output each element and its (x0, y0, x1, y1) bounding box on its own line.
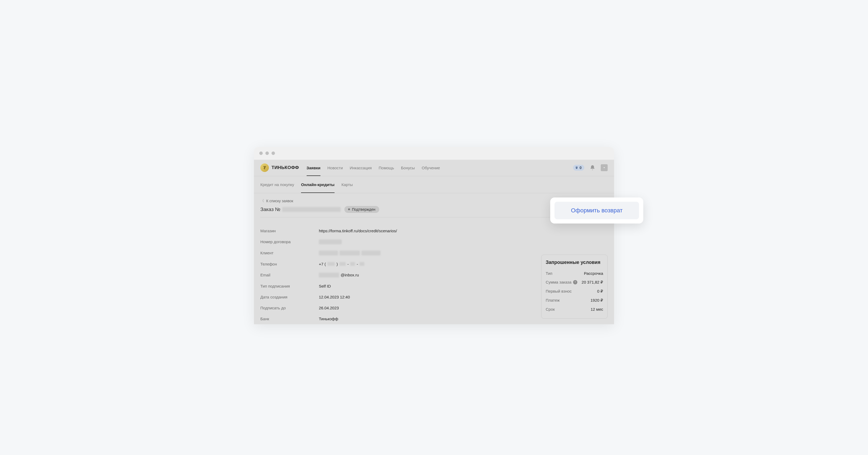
order-details: Магазинhttps://forma.tinkoff.ru/docs/cre… (260, 225, 533, 324)
cond-payment-label: Платеж (546, 298, 560, 302)
chevron-down-icon (602, 166, 606, 169)
order-title: Заказ № (260, 206, 341, 213)
order-number-redacted (282, 207, 341, 212)
window-dot-min[interactable] (266, 152, 269, 155)
status-badge: Подтвержден (344, 206, 379, 213)
cond-first-value: 0 ₽ (597, 289, 603, 294)
cond-first-label: Первый взнос (546, 289, 572, 293)
value-phone: +7 () -- (319, 262, 364, 266)
label-email: Email (260, 273, 319, 278)
logo-text: ТИНЬКОФФ (272, 165, 299, 170)
cond-term-label: Срок (546, 307, 555, 312)
window-dot-close[interactable] (259, 152, 263, 155)
conditions-title: Запрошенные условия (546, 260, 603, 265)
crown-badge[interactable]: ♛ 0 (573, 165, 584, 171)
crown-icon: ♛ (575, 166, 578, 169)
label-sign-type: Тип подписания (260, 284, 319, 288)
cond-sum-value: 20 371,82 ₽ (582, 280, 603, 285)
value-sign-until: 26.04.2023 (319, 306, 339, 310)
nav-bonuses[interactable]: Бонусы (401, 160, 415, 176)
crown-count: 0 (580, 166, 582, 170)
value-email: @inbox.ru (319, 273, 359, 278)
return-action-card: Оформить возврат (550, 197, 643, 224)
back-link-label: К списку заявок (266, 199, 293, 203)
cond-type-value: Рассрочка (584, 271, 603, 275)
label-contract: Номер договора (260, 239, 319, 244)
subnav-cards[interactable]: Карты (341, 176, 353, 193)
value-contract (319, 239, 342, 244)
label-client: Клиент (260, 251, 319, 255)
chevron-left-icon: 〈 (260, 198, 264, 203)
value-sign-type: Self ID (319, 284, 331, 288)
bell-icon[interactable] (590, 165, 595, 171)
label-bank: Банк (260, 317, 319, 321)
logo[interactable]: ₮ ТИНЬКОФФ (260, 163, 299, 172)
status-dot-icon (348, 208, 350, 210)
main-nav: Заявки Новости Инкассация Помощь Бонусы … (307, 160, 440, 176)
order-prefix: Заказ № (260, 206, 281, 213)
nav-training[interactable]: Обучение (422, 160, 440, 176)
label-sign-until: Подписать до (260, 306, 319, 310)
value-created: 12.04.2023 12:40 (319, 295, 350, 299)
logo-icon: ₮ (260, 163, 269, 172)
value-bank: Тинькофф (319, 317, 338, 321)
sub-nav: Кредит на покупку Онлайн-кредиты Карты (254, 176, 614, 193)
cond-type-label: Тип (546, 271, 552, 275)
value-store: https://forma.tinkoff.ru/docs/credit/sce… (319, 229, 397, 233)
help-icon[interactable]: ? (573, 280, 577, 284)
user-avatar[interactable] (601, 164, 608, 171)
nav-applications[interactable]: Заявки (307, 160, 320, 176)
value-client (319, 251, 380, 255)
window-titlebar (254, 147, 614, 160)
subnav-purchase-credit[interactable]: Кредит на покупку (260, 176, 294, 193)
nav-help[interactable]: Помощь (379, 160, 394, 176)
return-button[interactable]: Оформить возврат (555, 202, 639, 219)
status-label: Подтвержден (352, 207, 375, 212)
label-store: Магазин (260, 229, 319, 233)
label-created: Дата создания (260, 295, 319, 299)
nav-news[interactable]: Новости (328, 160, 343, 176)
nav-cashcollection[interactable]: Инкассация (350, 160, 372, 176)
window-dot-max[interactable] (272, 152, 275, 155)
cond-sum-label: Сумма заказа? (546, 280, 577, 284)
subnav-online-credits[interactable]: Онлайн-кредиты (301, 176, 335, 193)
cond-term-value: 12 мес (591, 307, 603, 312)
conditions-card: Запрошенные условия ТипРассрочка Сумма з… (541, 255, 608, 319)
label-phone: Телефон (260, 262, 319, 266)
cond-payment-value: 1920 ₽ (590, 298, 603, 303)
